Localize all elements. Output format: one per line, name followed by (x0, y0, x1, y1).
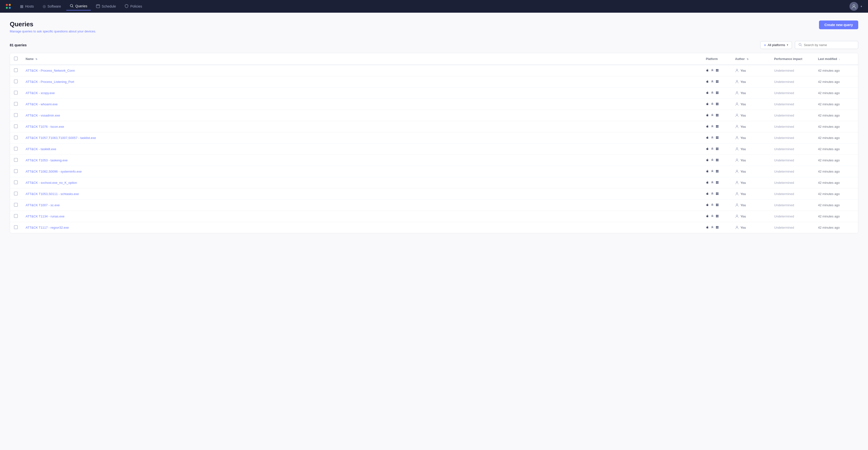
avatar-caret-icon[interactable]: ▾ (861, 5, 862, 8)
svg-rect-117 (717, 215, 718, 216)
platform-cell (702, 200, 731, 211)
linux-platform-icon (711, 192, 714, 196)
performance-value: Undetermined (774, 102, 794, 106)
nav-item-software[interactable]: ◎ Software (39, 3, 64, 10)
author-info: You (735, 125, 766, 129)
query-name-link[interactable]: ATT&CK T1076 - tscon.exe (26, 125, 64, 128)
row-checkbox[interactable] (14, 181, 18, 184)
create-query-button[interactable]: Create new query (819, 21, 858, 29)
query-name-link[interactable]: ATT&CK T1117 - regsvr32.exe (26, 226, 69, 229)
row-checkbox[interactable] (14, 79, 18, 84)
modified-value: 42 minutes ago (818, 136, 840, 140)
row-checkbox[interactable] (14, 102, 18, 106)
query-name-cell: ATT&CK - svchost.exe_no_K_option (22, 177, 702, 188)
svg-rect-54 (716, 127, 717, 128)
row-checkbox-cell (10, 99, 22, 110)
author-avatar-icon (735, 169, 739, 174)
select-all-checkbox[interactable] (14, 57, 18, 60)
author-name: You (741, 114, 746, 117)
platform-icons (706, 80, 727, 84)
query-name-link[interactable]: ATT&CK T1053 - taskeng.exe (26, 158, 67, 162)
row-checkbox[interactable] (14, 147, 18, 151)
modified-value: 42 minutes ago (818, 158, 840, 162)
performance-value: Undetermined (774, 215, 794, 218)
author-name: You (741, 192, 746, 196)
row-checkbox[interactable] (14, 192, 18, 195)
query-name-cell: ATT&CK - Process_Network_Conn (22, 65, 702, 76)
query-name-link[interactable]: ATT&CK T1082,S0096 - systeminfo.exe (26, 170, 82, 173)
row-checkbox[interactable] (14, 214, 18, 218)
row-checkbox[interactable] (14, 135, 18, 139)
platform-icons (706, 69, 727, 73)
query-name-link[interactable]: ATT&CK - Process_Listening_Port (26, 80, 74, 84)
svg-point-99 (712, 193, 713, 193)
query-name-cell: ATT&CK T1053,S0111 - schtasks.exe (22, 188, 702, 200)
page-header: Queries Manage queries to ask specific q… (10, 21, 858, 33)
author-avatar-icon (735, 181, 739, 185)
linux-platform-icon (711, 80, 714, 84)
svg-point-72 (736, 148, 738, 149)
row-checkbox[interactable] (14, 203, 18, 207)
author-cell: You (731, 143, 770, 155)
logo-dot-3 (6, 7, 8, 9)
author-cell: You (731, 155, 770, 166)
row-checkbox[interactable] (14, 158, 18, 162)
platform-icons (706, 181, 727, 185)
svg-point-56 (736, 125, 738, 127)
query-name-link[interactable]: ATT&CK T1134 - runas.exe (26, 215, 64, 218)
svg-rect-92 (716, 181, 717, 182)
svg-point-64 (736, 136, 738, 138)
svg-rect-22 (716, 82, 717, 83)
platform-filter[interactable]: ≡ All platforms ▾ (760, 41, 792, 49)
platform-icons (706, 114, 727, 118)
performance-value: Undetermined (774, 114, 794, 117)
svg-rect-53 (717, 125, 718, 126)
query-name-cell: ATT&CK T1117 - regsvr32.exe (22, 222, 702, 233)
performance-cell: Undetermined (770, 121, 814, 132)
nav-item-schedule[interactable]: Schedule (93, 3, 119, 10)
col-header-name[interactable]: Name ⇅ (22, 53, 702, 65)
row-checkbox[interactable] (14, 225, 18, 229)
query-name-link[interactable]: ATT&CK T1053,S0111 - schtasks.exe (26, 192, 79, 196)
apple-platform-icon (706, 91, 709, 95)
row-checkbox[interactable] (14, 169, 18, 173)
svg-rect-103 (717, 194, 718, 195)
query-name-link[interactable]: ATT&CK - svchost.exe_no_K_option (26, 181, 77, 185)
author-info: You (735, 102, 766, 106)
performance-cell: Undetermined (770, 200, 814, 211)
svg-rect-55 (717, 127, 718, 128)
query-name-link[interactable]: ATT&CK - xcopy.exe (26, 91, 55, 95)
svg-point-112 (736, 203, 738, 205)
row-checkbox[interactable] (14, 124, 18, 128)
row-checkbox[interactable] (14, 68, 18, 72)
query-name-link[interactable]: ATT&CK T1007 - sc.exe (26, 203, 60, 207)
query-name-link[interactable]: ATT&CK T1057,T1063,T1007,S0057 - tasklis… (26, 136, 96, 140)
svg-rect-101 (717, 192, 718, 194)
query-name-link[interactable]: ATT&CK - vssadmin.exe (26, 114, 60, 117)
nav-item-queries[interactable]: Queries (66, 2, 91, 10)
search-input[interactable] (804, 43, 855, 47)
query-name-link[interactable]: ATT&CK - Process_Network_Conn (26, 69, 75, 72)
author-name: You (741, 125, 746, 128)
platform-icons (706, 192, 727, 196)
svg-point-43 (712, 115, 713, 115)
author-cell: You (731, 132, 770, 143)
modified-value: 42 minutes ago (818, 91, 840, 95)
modified-cell: 42 minutes ago (814, 88, 858, 99)
col-header-author[interactable]: Author ⇅ (731, 53, 770, 65)
platform-icons (706, 215, 727, 218)
svg-rect-30 (716, 93, 717, 94)
query-name-cell: ATT&CK T1134 - runas.exe (22, 211, 702, 222)
query-name-link[interactable]: ATT&CK - taskkill.exe (26, 147, 56, 151)
author-name: You (741, 226, 746, 229)
nav-item-hosts[interactable]: ▦ Hosts (17, 3, 37, 10)
row-checkbox[interactable] (14, 91, 18, 95)
nav-item-policies[interactable]: Policies (121, 3, 145, 10)
platform-icons (706, 158, 727, 162)
user-avatar[interactable] (849, 2, 858, 11)
query-name-link[interactable]: ATT&CK - whoami.exe (26, 102, 58, 106)
row-checkbox[interactable] (14, 113, 18, 117)
author-avatar-icon (735, 68, 739, 73)
col-header-modified[interactable]: Last modified ↓ (814, 53, 858, 65)
svg-point-34 (712, 103, 712, 104)
